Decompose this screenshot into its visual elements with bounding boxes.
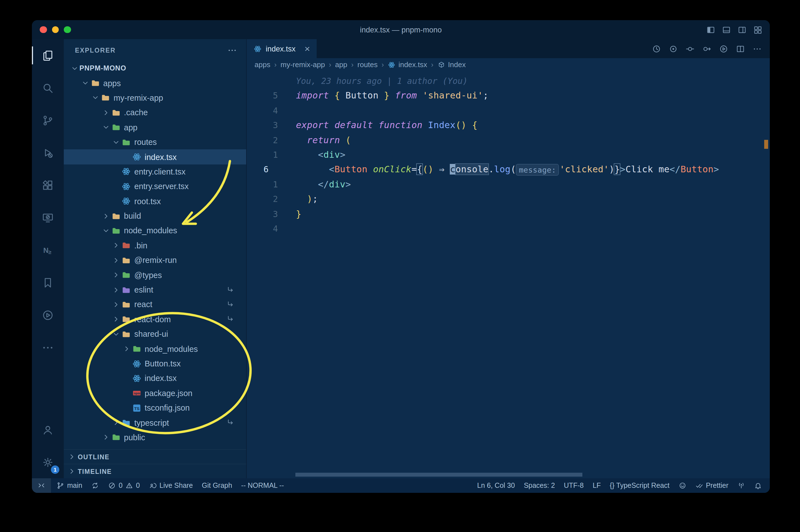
status-item-remote-indicator[interactable]: [32, 478, 51, 493]
tree-item-package.json[interactable]: npmpackage.json: [64, 386, 246, 401]
activity-item-run-debug[interactable]: [32, 136, 64, 169]
tree-item-eslint[interactable]: eslint: [64, 283, 246, 297]
tree-item-label: PNPM-MONO: [79, 64, 126, 72]
status-item-indentation[interactable]: Spaces: 2: [519, 478, 559, 493]
activity-item-source-control[interactable]: [32, 104, 64, 136]
chevron-placeholder: [111, 196, 121, 206]
breadcrumb-label: Index: [448, 60, 466, 69]
tree-item-typescript[interactable]: typescript: [64, 415, 246, 430]
status-item-prettier[interactable]: Prettier: [691, 478, 733, 493]
tab-label: index.tsx: [266, 44, 296, 53]
tree-item-index.tsx[interactable]: index.tsx: [64, 150, 246, 165]
minimize-button[interactable]: [52, 26, 59, 33]
status-item-cursor-position[interactable]: Ln 6, Col 30: [473, 478, 519, 493]
chevron-down-icon: [91, 93, 100, 103]
folder-icon: [121, 241, 131, 250]
gutter: [247, 74, 283, 89]
status-item-feedback[interactable]: [674, 478, 691, 493]
status-item-screencast[interactable]: [733, 478, 750, 493]
status-item-live-share[interactable]: Live Share: [144, 478, 197, 493]
split-editor-icon[interactable]: [736, 44, 745, 53]
gitlens-blame-icon[interactable]: [668, 44, 678, 53]
run-file-icon[interactable]: [719, 44, 728, 53]
react-file-icon: [121, 196, 131, 206]
source-control-icon: [41, 114, 54, 127]
tree-item-entry.client.tsx[interactable]: entry.client.tsx: [64, 164, 246, 179]
tree-item-label: my-remix-app: [114, 93, 163, 102]
warn-icon: [125, 482, 133, 490]
sidebar-section-outline[interactable]: OUTLINE: [64, 449, 246, 464]
tree-item-@types[interactable]: @types: [64, 268, 246, 283]
tree-item-apps[interactable]: apps: [64, 76, 246, 91]
tree-item-entry.server.tsx[interactable]: entry.server.tsx: [64, 179, 246, 194]
status-item-language-mode[interactable]: {} TypeScript React: [605, 478, 674, 493]
tab-index-tsx[interactable]: index.tsx×: [247, 39, 317, 58]
activity-item-settings[interactable]: 1: [32, 446, 64, 478]
tree-item-tsconfig.json[interactable]: TStsconfig.json: [64, 401, 246, 415]
activity-item-live-share[interactable]: [32, 299, 64, 331]
tree-item-node_modules[interactable]: node_modules: [64, 224, 246, 238]
tree-item-app[interactable]: app: [64, 120, 246, 135]
breadcrumb-item-routes[interactable]: routes: [358, 60, 378, 69]
activity-item-accounts[interactable]: [32, 413, 64, 446]
customize-layout-icon[interactable]: [753, 25, 763, 34]
symlink-icon: [227, 286, 235, 294]
tree-item-my-remix-app[interactable]: my-remix-app: [64, 91, 246, 106]
activity-item-more-views[interactable]: [32, 331, 64, 364]
close-tab-icon[interactable]: ×: [305, 44, 310, 53]
zoom-button[interactable]: [64, 26, 71, 33]
status-item-git-branch[interactable]: main: [52, 478, 87, 493]
tree-item-node_modules[interactable]: node_modules: [64, 342, 246, 356]
tree-item-public[interactable]: public: [64, 430, 246, 445]
toggle-panel-icon[interactable]: [722, 25, 731, 34]
tree-item-Button.tsx[interactable]: Button.tsx: [64, 356, 246, 371]
more-actions-icon[interactable]: [753, 44, 762, 53]
breadcrumb-item-apps[interactable]: apps: [254, 60, 270, 69]
breadcrumb-item-index.tsx[interactable]: index.tsx: [388, 60, 427, 69]
breadcrumb-separator: ›: [329, 61, 331, 69]
status-text: Live Share: [159, 482, 193, 490]
close-button[interactable]: [40, 26, 47, 33]
breadcrumb-item-my-remix-app[interactable]: my-remix-app: [281, 60, 325, 69]
tree-item-index.tsx[interactable]: index.tsx: [64, 371, 246, 386]
activity-item-search[interactable]: [32, 72, 64, 104]
toggle-secondary-sidebar-icon[interactable]: [737, 25, 747, 34]
tree-item-label: root.tsx: [134, 197, 161, 206]
activity-item-remote-explorer[interactable]: [32, 202, 64, 234]
status-item-sync[interactable]: [87, 478, 103, 493]
status-item-problems[interactable]: 00: [103, 478, 144, 493]
horizontal-scrollbar[interactable]: [296, 473, 583, 477]
window-title: index.tsx — pnpm-mono: [32, 25, 770, 34]
activity-item-nx-console[interactable]: N≥: [32, 234, 64, 266]
breadcrumb-item-Index[interactable]: Index: [437, 60, 466, 69]
explorer-more-actions-icon[interactable]: [227, 45, 237, 55]
sidebar-section-timeline[interactable]: TIMELINE: [64, 464, 246, 478]
status-item-eol[interactable]: LF: [588, 478, 605, 493]
tree-item-.bin[interactable]: .bin: [64, 238, 246, 253]
status-item-encoding[interactable]: UTF-8: [559, 478, 588, 493]
tree-item-@remix-run[interactable]: @remix-run: [64, 253, 246, 268]
status-item-vim-mode[interactable]: -- NORMAL --: [237, 478, 288, 493]
tree-item-shared-ui[interactable]: shared-ui: [64, 327, 246, 342]
tree-item-react[interactable]: react: [64, 297, 246, 312]
toggle-primary-sidebar-icon[interactable]: [706, 25, 716, 34]
activity-item-bookmarks[interactable]: [32, 266, 64, 299]
tree-item-.cache[interactable]: .cache: [64, 105, 246, 120]
tree-item-PNPM-MONO[interactable]: PNPM-MONO: [64, 61, 246, 76]
activity-item-explorer[interactable]: [32, 39, 64, 72]
timeline-history-icon[interactable]: [652, 44, 661, 53]
react-file-icon: [388, 61, 396, 69]
status-item-git-graph[interactable]: Git Graph: [197, 478, 237, 493]
tree-item-root.tsx[interactable]: root.tsx: [64, 194, 246, 209]
tree-item-routes[interactable]: routes: [64, 135, 246, 150]
open-changes-icon[interactable]: [685, 44, 695, 53]
tree-item-build[interactable]: build: [64, 209, 246, 224]
breadcrumb-item-app[interactable]: app: [335, 60, 347, 69]
chevron-right-icon: [67, 467, 77, 476]
activity-item-extensions[interactable]: [32, 169, 64, 202]
tree-item-react-dom[interactable]: react-dom: [64, 312, 246, 327]
open-next-change-icon[interactable]: [702, 44, 711, 53]
code-editor[interactable]: You, 23 hours ago | 1 author (You)5impor…: [247, 71, 770, 478]
tree-item-label: apps: [103, 79, 121, 88]
status-item-notifications[interactable]: [750, 478, 766, 493]
